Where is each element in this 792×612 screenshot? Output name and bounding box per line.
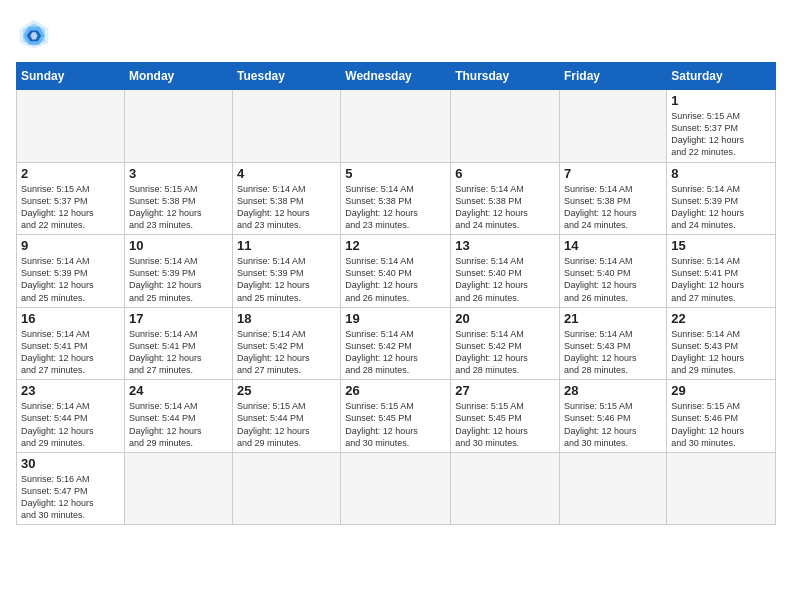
calendar-cell: 27Sunrise: 5:15 AM Sunset: 5:45 PM Dayli… <box>451 380 560 453</box>
calendar-cell: 20Sunrise: 5:14 AM Sunset: 5:42 PM Dayli… <box>451 307 560 380</box>
day-info: Sunrise: 5:14 AM Sunset: 5:39 PM Dayligh… <box>21 255 120 304</box>
day-info: Sunrise: 5:15 AM Sunset: 5:46 PM Dayligh… <box>564 400 662 449</box>
day-info: Sunrise: 5:14 AM Sunset: 5:38 PM Dayligh… <box>345 183 446 232</box>
calendar-cell: 12Sunrise: 5:14 AM Sunset: 5:40 PM Dayli… <box>341 235 451 308</box>
calendar-cell <box>233 90 341 163</box>
calendar-cell <box>341 452 451 525</box>
calendar-cell: 22Sunrise: 5:14 AM Sunset: 5:43 PM Dayli… <box>667 307 776 380</box>
day-number: 25 <box>237 383 336 398</box>
day-info: Sunrise: 5:14 AM Sunset: 5:39 PM Dayligh… <box>671 183 771 232</box>
calendar-cell: 6Sunrise: 5:14 AM Sunset: 5:38 PM Daylig… <box>451 162 560 235</box>
calendar-cell: 17Sunrise: 5:14 AM Sunset: 5:41 PM Dayli… <box>124 307 232 380</box>
calendar-week-row: 2Sunrise: 5:15 AM Sunset: 5:37 PM Daylig… <box>17 162 776 235</box>
calendar-cell: 13Sunrise: 5:14 AM Sunset: 5:40 PM Dayli… <box>451 235 560 308</box>
calendar-cell: 7Sunrise: 5:14 AM Sunset: 5:38 PM Daylig… <box>560 162 667 235</box>
day-info: Sunrise: 5:14 AM Sunset: 5:38 PM Dayligh… <box>564 183 662 232</box>
calendar-header-saturday: Saturday <box>667 63 776 90</box>
calendar-header-tuesday: Tuesday <box>233 63 341 90</box>
day-number: 15 <box>671 238 771 253</box>
day-info: Sunrise: 5:14 AM Sunset: 5:40 PM Dayligh… <box>564 255 662 304</box>
calendar-cell <box>124 452 232 525</box>
day-number: 17 <box>129 311 228 326</box>
day-info: Sunrise: 5:14 AM Sunset: 5:44 PM Dayligh… <box>129 400 228 449</box>
day-info: Sunrise: 5:14 AM Sunset: 5:39 PM Dayligh… <box>237 255 336 304</box>
day-number: 12 <box>345 238 446 253</box>
calendar-cell: 18Sunrise: 5:14 AM Sunset: 5:42 PM Dayli… <box>233 307 341 380</box>
calendar-cell: 1Sunrise: 5:15 AM Sunset: 5:37 PM Daylig… <box>667 90 776 163</box>
day-number: 23 <box>21 383 120 398</box>
calendar-cell: 14Sunrise: 5:14 AM Sunset: 5:40 PM Dayli… <box>560 235 667 308</box>
day-number: 9 <box>21 238 120 253</box>
calendar-cell <box>233 452 341 525</box>
day-number: 4 <box>237 166 336 181</box>
calendar-week-row: 9Sunrise: 5:14 AM Sunset: 5:39 PM Daylig… <box>17 235 776 308</box>
calendar-cell: 28Sunrise: 5:15 AM Sunset: 5:46 PM Dayli… <box>560 380 667 453</box>
calendar-cell <box>341 90 451 163</box>
day-number: 20 <box>455 311 555 326</box>
day-number: 10 <box>129 238 228 253</box>
day-number: 1 <box>671 93 771 108</box>
generalblue-logo-icon <box>16 16 52 52</box>
day-info: Sunrise: 5:14 AM Sunset: 5:42 PM Dayligh… <box>455 328 555 377</box>
day-number: 30 <box>21 456 120 471</box>
day-info: Sunrise: 5:14 AM Sunset: 5:41 PM Dayligh… <box>21 328 120 377</box>
day-info: Sunrise: 5:15 AM Sunset: 5:45 PM Dayligh… <box>455 400 555 449</box>
day-info: Sunrise: 5:14 AM Sunset: 5:38 PM Dayligh… <box>455 183 555 232</box>
day-info: Sunrise: 5:14 AM Sunset: 5:43 PM Dayligh… <box>671 328 771 377</box>
calendar-cell: 23Sunrise: 5:14 AM Sunset: 5:44 PM Dayli… <box>17 380 125 453</box>
page: SundayMondayTuesdayWednesdayThursdayFrid… <box>0 0 792 612</box>
calendar-cell: 8Sunrise: 5:14 AM Sunset: 5:39 PM Daylig… <box>667 162 776 235</box>
day-number: 14 <box>564 238 662 253</box>
day-number: 16 <box>21 311 120 326</box>
calendar-cell: 2Sunrise: 5:15 AM Sunset: 5:37 PM Daylig… <box>17 162 125 235</box>
calendar-cell: 5Sunrise: 5:14 AM Sunset: 5:38 PM Daylig… <box>341 162 451 235</box>
header <box>16 16 776 52</box>
calendar-header-row: SundayMondayTuesdayWednesdayThursdayFrid… <box>17 63 776 90</box>
calendar-header-wednesday: Wednesday <box>341 63 451 90</box>
calendar-cell: 24Sunrise: 5:14 AM Sunset: 5:44 PM Dayli… <box>124 380 232 453</box>
calendar-header-sunday: Sunday <box>17 63 125 90</box>
calendar-cell <box>17 90 125 163</box>
day-info: Sunrise: 5:14 AM Sunset: 5:42 PM Dayligh… <box>237 328 336 377</box>
calendar-cell: 19Sunrise: 5:14 AM Sunset: 5:42 PM Dayli… <box>341 307 451 380</box>
day-info: Sunrise: 5:15 AM Sunset: 5:46 PM Dayligh… <box>671 400 771 449</box>
calendar-cell: 4Sunrise: 5:14 AM Sunset: 5:38 PM Daylig… <box>233 162 341 235</box>
day-info: Sunrise: 5:15 AM Sunset: 5:38 PM Dayligh… <box>129 183 228 232</box>
calendar-week-row: 23Sunrise: 5:14 AM Sunset: 5:44 PM Dayli… <box>17 380 776 453</box>
calendar-cell: 15Sunrise: 5:14 AM Sunset: 5:41 PM Dayli… <box>667 235 776 308</box>
day-number: 22 <box>671 311 771 326</box>
day-number: 2 <box>21 166 120 181</box>
day-info: Sunrise: 5:14 AM Sunset: 5:41 PM Dayligh… <box>129 328 228 377</box>
day-number: 11 <box>237 238 336 253</box>
day-number: 19 <box>345 311 446 326</box>
calendar-week-row: 1Sunrise: 5:15 AM Sunset: 5:37 PM Daylig… <box>17 90 776 163</box>
calendar-cell: 21Sunrise: 5:14 AM Sunset: 5:43 PM Dayli… <box>560 307 667 380</box>
day-number: 26 <box>345 383 446 398</box>
calendar-header-thursday: Thursday <box>451 63 560 90</box>
calendar-cell <box>451 90 560 163</box>
calendar-week-row: 30Sunrise: 5:16 AM Sunset: 5:47 PM Dayli… <box>17 452 776 525</box>
day-info: Sunrise: 5:14 AM Sunset: 5:42 PM Dayligh… <box>345 328 446 377</box>
calendar-cell: 3Sunrise: 5:15 AM Sunset: 5:38 PM Daylig… <box>124 162 232 235</box>
calendar-cell: 11Sunrise: 5:14 AM Sunset: 5:39 PM Dayli… <box>233 235 341 308</box>
day-number: 13 <box>455 238 555 253</box>
day-number: 29 <box>671 383 771 398</box>
calendar-cell: 29Sunrise: 5:15 AM Sunset: 5:46 PM Dayli… <box>667 380 776 453</box>
calendar-cell <box>124 90 232 163</box>
day-number: 5 <box>345 166 446 181</box>
calendar-week-row: 16Sunrise: 5:14 AM Sunset: 5:41 PM Dayli… <box>17 307 776 380</box>
day-number: 27 <box>455 383 555 398</box>
day-info: Sunrise: 5:14 AM Sunset: 5:39 PM Dayligh… <box>129 255 228 304</box>
day-number: 18 <box>237 311 336 326</box>
calendar-cell <box>560 452 667 525</box>
calendar-cell <box>560 90 667 163</box>
calendar-cell <box>451 452 560 525</box>
calendar-cell: 30Sunrise: 5:16 AM Sunset: 5:47 PM Dayli… <box>17 452 125 525</box>
day-number: 21 <box>564 311 662 326</box>
day-info: Sunrise: 5:14 AM Sunset: 5:44 PM Dayligh… <box>21 400 120 449</box>
calendar-cell: 16Sunrise: 5:14 AM Sunset: 5:41 PM Dayli… <box>17 307 125 380</box>
calendar-cell: 9Sunrise: 5:14 AM Sunset: 5:39 PM Daylig… <box>17 235 125 308</box>
calendar-cell: 10Sunrise: 5:14 AM Sunset: 5:39 PM Dayli… <box>124 235 232 308</box>
calendar-header-monday: Monday <box>124 63 232 90</box>
day-info: Sunrise: 5:15 AM Sunset: 5:44 PM Dayligh… <box>237 400 336 449</box>
